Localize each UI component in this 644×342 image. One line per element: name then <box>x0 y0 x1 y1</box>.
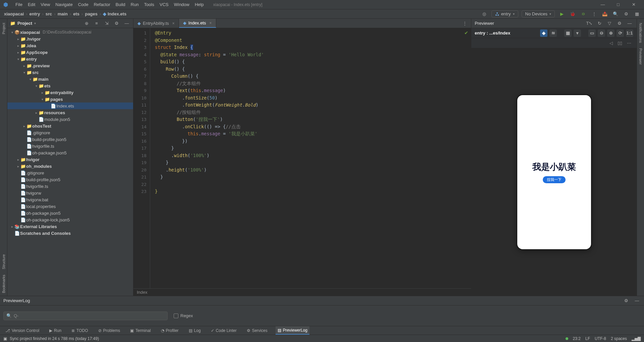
more-icon[interactable]: ⋯ <box>627 41 631 46</box>
menu-item-navigate[interactable]: Navigate <box>53 2 75 7</box>
tree-item-entryability[interactable]: ▸📁entryability <box>7 89 133 96</box>
close-icon[interactable]: × <box>172 21 175 26</box>
bottom-tab-previewerlog[interactable]: ▤PreviewerLog <box>276 326 309 335</box>
tab-index-ets[interactable]: ◆Index.ets× <box>179 19 216 28</box>
hide-log-icon[interactable]: — <box>633 297 641 304</box>
log-search-input[interactable]: 🔍 Q- <box>3 312 168 320</box>
tree-item--gitignore[interactable]: 📄.gitignore <box>7 169 133 176</box>
memory-indicator-icon[interactable]: ▂▅▇ <box>632 336 641 341</box>
tree-item-hvigorw-bat[interactable]: 📄hvigorw.bat <box>7 196 133 203</box>
menu-item-build[interactable]: Build <box>113 2 128 7</box>
breadcrumbs[interactable]: xiaopacai›entry›src›main›ets›pages›◆ Ind… <box>3 11 127 16</box>
zoom-out-icon[interactable]: ⊖ <box>598 29 605 37</box>
tree-item-pages[interactable]: ▾📁pages <box>7 96 133 102</box>
menu-item-refactor[interactable]: Refactor <box>91 2 113 7</box>
tree-item-module-json5[interactable]: 📄module.json5 <box>7 116 133 123</box>
bottom-tab-problems[interactable]: ⊘Problems <box>96 326 122 335</box>
tree-item--hvigor[interactable]: ▸📁.hvigor <box>7 36 133 42</box>
tree-item-build-profile-json5[interactable]: 📄build-profile.json5 <box>7 176 133 183</box>
sidebar-tab-previewer[interactable]: Previewer <box>638 46 643 67</box>
tree-item-hvigorw[interactable]: 📄hvigorw <box>7 190 133 196</box>
project-tree[interactable]: ▾📦xiaopacaiD:\DevEcoStudio\xiaopacai▸📁.h… <box>7 28 133 296</box>
tree-item-src[interactable]: ▾📁src <box>7 69 133 76</box>
tree-item-local-properties[interactable]: 📄local.properties <box>7 203 133 210</box>
filter-icon[interactable]: ▽ <box>606 20 613 27</box>
menu-item-window[interactable]: Window <box>171 2 192 7</box>
tree-item-entry[interactable]: ▾📁entry <box>7 56 133 62</box>
layers-icon[interactable]: ≋ <box>549 29 557 37</box>
collapse-icon[interactable]: ≡ <box>93 20 100 27</box>
commit-icon[interactable]: 📤 <box>601 10 608 18</box>
sidebar-tab-bookmarks[interactable]: Bookmarks <box>1 272 6 296</box>
editor-code[interactable]: @Entry@Componentstruct Index { @State me… <box>150 28 471 288</box>
coverage-button[interactable]: ⛭ <box>580 10 587 18</box>
tree-item-resources[interactable]: ▸📁resources <box>7 109 133 116</box>
breadcrumb-ets[interactable]: ets <box>72 11 80 16</box>
tree-item-build-profile-json5[interactable]: 📄build-profile.json5 <box>7 136 133 143</box>
menu-item-code[interactable]: Code <box>75 2 91 7</box>
tree-item-hvigor[interactable]: ▸📁hvigor <box>7 156 133 163</box>
tree-item-appscope[interactable]: ▸📁AppScope <box>7 49 133 56</box>
fit-icon[interactable]: ▭ <box>588 29 596 37</box>
tree-item-hvigorfile-ts[interactable]: 📄hvigorfile.ts <box>7 183 133 190</box>
caret-pos[interactable]: 23:2 <box>573 336 581 341</box>
tree-item-index-ets[interactable]: 📄Index.ets <box>7 102 133 109</box>
gear-icon[interactable]: ⚙ <box>623 297 630 304</box>
hide-panel-icon[interactable]: — <box>123 20 130 27</box>
tree-item-scratches-and-consoles[interactable]: 📄Scratches and Consoles <box>7 230 133 236</box>
more-run-icon[interactable]: ⋮ <box>590 10 598 18</box>
module-combo[interactable]: entry ▾ <box>491 10 518 17</box>
zoom-in-icon[interactable]: ⊕ <box>607 29 614 37</box>
sidebar-tab-structure[interactable]: Structure <box>1 252 6 272</box>
tree-item-oh-modules[interactable]: ▸📁oh_modules <box>7 163 133 169</box>
bottom-tab-code-linter[interactable]: ✓Code Linter <box>209 326 239 335</box>
bottom-tab-profiler[interactable]: ◔Profiler <box>159 326 181 335</box>
tree-item-oh-package-json5[interactable]: 📄oh-package.json5 <box>7 210 133 216</box>
gear-icon[interactable]: ⚙ <box>616 20 623 27</box>
minimize-button[interactable]: ― <box>595 0 610 9</box>
target-icon[interactable]: ⊕ <box>83 20 90 27</box>
breadcrumb-main[interactable]: main <box>57 11 68 16</box>
tree-item-ohostest[interactable]: ▸📁ohosTest <box>7 123 133 129</box>
tree-item--gitignore[interactable]: 📄.gitignore <box>7 129 133 136</box>
menu-item-edit[interactable]: Edit <box>25 2 38 7</box>
tree-item-ets[interactable]: ▾📁ets <box>7 82 133 89</box>
breadcrumb-pages[interactable]: pages <box>84 11 98 16</box>
tree-item-xiaopacai[interactable]: ▾📦xiaopacaiD:\DevEcoStudio\xiaopacai <box>7 29 133 36</box>
chevron-down-icon[interactable]: ▾ <box>574 29 581 37</box>
preview-button[interactable]: 捏我一下 <box>543 176 566 183</box>
refresh-icon[interactable]: ↻ <box>596 20 603 27</box>
sidebar-tab-project[interactable]: Project <box>1 20 6 37</box>
split-icon[interactable]: ▯▯ <box>618 41 622 46</box>
bottom-tab-terminal[interactable]: ▣Terminal <box>128 326 153 335</box>
locate-icon[interactable]: ◎ <box>481 10 488 18</box>
hide-previewer-icon[interactable]: — <box>626 20 633 27</box>
menu-item-run[interactable]: Run <box>128 2 141 7</box>
font-tool-icon[interactable]: T⤡ <box>586 20 593 27</box>
editor-more-icon[interactable]: ⋮ <box>461 20 468 27</box>
bottom-tab-log[interactable]: ▤Log <box>187 326 203 335</box>
breadcrumb-index.ets[interactable]: ◆ Index.ets <box>102 11 127 16</box>
editor-body[interactable]: 1234567891011121314151617181920212223 @E… <box>133 28 471 288</box>
grid-icon[interactable]: ▦ <box>564 29 572 37</box>
bottom-tab-run[interactable]: ▶Run <box>47 326 63 335</box>
encoding[interactable]: UTF-8 <box>595 336 606 341</box>
expand-icon[interactable]: ⇲ <box>103 20 110 27</box>
inspector-icon[interactable]: ◈ <box>540 29 547 37</box>
maximize-button[interactable]: □ <box>610 0 626 9</box>
bottom-tab-version-control[interactable]: ⎇Version Control <box>3 326 41 335</box>
menu-item-help[interactable]: Help <box>192 2 207 7</box>
notifications-icon[interactable]: ▦ <box>633 10 641 18</box>
tree-item-hvigorfile-ts[interactable]: 📄hvigorfile.ts <box>7 143 133 149</box>
gear-icon[interactable]: ⚙ <box>113 20 120 27</box>
close-button[interactable]: ✕ <box>626 0 641 9</box>
settings-icon[interactable]: ⚙ <box>623 10 630 18</box>
rotate-icon[interactable]: ⟳ <box>617 29 624 37</box>
menu-item-tools[interactable]: Tools <box>141 2 157 7</box>
regex-checkbox[interactable]: Regex <box>174 313 193 318</box>
tree-item--preview[interactable]: ▸📁.preview <box>7 62 133 69</box>
one-to-one-icon[interactable]: 1:1 <box>626 29 633 37</box>
back-icon[interactable]: ◁ <box>609 41 613 46</box>
tree-item-oh-package-lock-json5[interactable]: 📄oh-package-lock.json5 <box>7 216 133 223</box>
sidebar-tab-notifications[interactable]: Notifications <box>638 20 643 46</box>
